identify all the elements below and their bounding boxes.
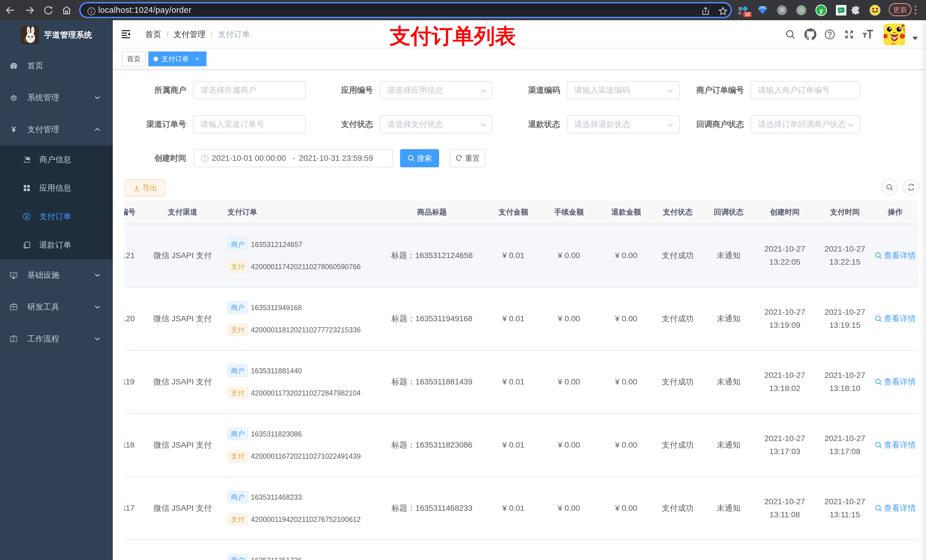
- svg-text:y: y: [819, 6, 823, 14]
- svg-text:⌘: ⌘: [779, 6, 785, 14]
- svg-text:¥: ¥: [11, 125, 16, 133]
